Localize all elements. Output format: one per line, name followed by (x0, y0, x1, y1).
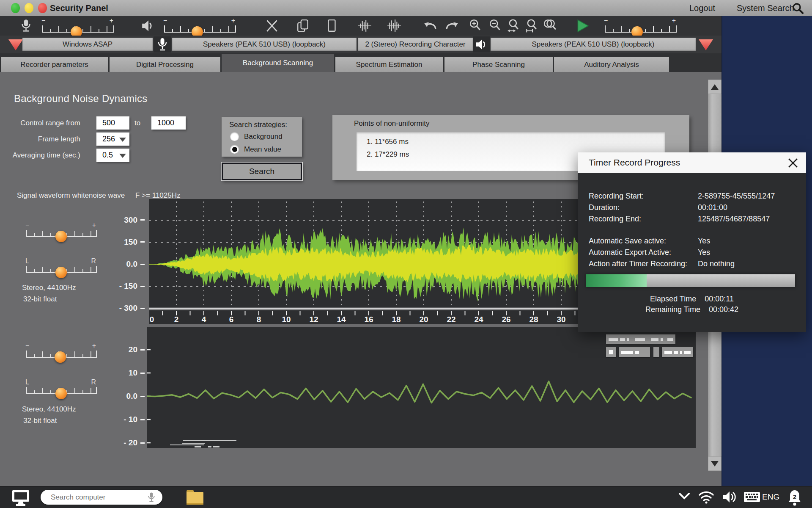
waveform-view-icon[interactable] (357, 19, 372, 33)
svg-text:26: 26 (502, 315, 510, 324)
slider-minus-label: − (41, 18, 45, 24)
record-mic-icon[interactable] (19, 19, 33, 33)
language-indicator[interactable]: ENG (762, 492, 779, 502)
frame-length-select[interactable]: 256 (96, 133, 129, 146)
system-search-icon[interactable] (792, 2, 804, 15)
control-range-from-input[interactable]: 500 (96, 116, 129, 130)
slider-knob[interactable] (55, 231, 67, 242)
spectrum-view-icon[interactable] (387, 19, 401, 33)
slider-minus-label: − (163, 18, 167, 24)
keyboard-icon[interactable] (743, 491, 760, 503)
window-restore-light[interactable] (25, 3, 33, 13)
driver-select[interactable]: Windows ASAP (22, 38, 153, 51)
logout-button[interactable]: Logout (689, 3, 715, 13)
selection-mark (170, 444, 204, 445)
system-search-label[interactable]: System Search (737, 3, 794, 13)
playback-drop-indicator-icon[interactable] (698, 39, 714, 51)
tab-recorder-parameters[interactable]: Recorder parameters (1, 57, 108, 72)
taskbar-search[interactable] (41, 490, 162, 505)
channel2-gain-slider[interactable]: − + (26, 344, 95, 358)
axis-tick-label: 10 (129, 368, 145, 378)
redo-icon[interactable] (445, 19, 459, 33)
mic-icon (157, 37, 168, 52)
row-label: Action after Timer Recording: (589, 258, 698, 270)
recording-mode-select[interactable]: 2 (Stereo) Recording Character (358, 38, 473, 51)
elapsed-value: 00:00:11 (705, 295, 734, 303)
slider-plus-label: + (110, 18, 113, 24)
channel1-gain-slider[interactable]: − + (26, 223, 95, 237)
play-button[interactable] (575, 19, 590, 33)
delete-icon[interactable] (265, 19, 279, 33)
search-button[interactable]: Search (222, 163, 302, 180)
segment-widget-row[interactable] (606, 334, 675, 344)
selection-mark (182, 443, 205, 444)
output-device-select[interactable]: Speakers (PEAK 510 USB) (loopback) (491, 38, 696, 51)
tab-phase-scanning[interactable]: Phase Scanning (444, 57, 553, 72)
window-close-light[interactable] (38, 3, 47, 13)
segment-widget-button[interactable] (653, 347, 659, 357)
input-device-select[interactable]: Speakers (PEAK 510 USB) (loopback) (172, 38, 357, 51)
channel1-balance-slider[interactable]: L R (26, 259, 95, 273)
zoom-full-icon[interactable] (543, 19, 557, 33)
voice-search-icon[interactable] (147, 492, 156, 503)
row-label: Recording Start: (589, 190, 698, 202)
slider-knob[interactable] (55, 351, 66, 363)
chevron-down-icon (119, 154, 126, 158)
tab-digital-processing[interactable]: Digital Processing (110, 57, 220, 72)
paste-icon[interactable] (325, 19, 339, 33)
master-level-slider[interactable]: − + (605, 19, 675, 33)
playback-level-slider[interactable]: − + (164, 19, 234, 33)
axis-tick-label: 150 (124, 237, 145, 247)
radio-background[interactable]: Background (230, 132, 283, 141)
svg-text:0: 0 (150, 315, 154, 324)
segment-widget-button[interactable] (606, 347, 616, 357)
copy-icon[interactable] (296, 19, 310, 33)
radio-mean-value[interactable]: Mean value (230, 145, 281, 154)
row-label: Recording End: (589, 213, 698, 225)
control-range-label: Control range from (0, 119, 80, 127)
svg-text:16: 16 (364, 315, 373, 324)
zoom-in-icon[interactable] (469, 19, 483, 33)
input-mic-button[interactable] (154, 36, 171, 52)
search-strategies-title: Search strategies: (229, 121, 287, 129)
deviation-chart (147, 327, 696, 448)
scroll-down-button[interactable] (708, 456, 721, 471)
record-drop-indicator-icon[interactable] (8, 39, 24, 51)
volume-icon[interactable] (722, 490, 738, 504)
playback-volume-icon[interactable] (141, 19, 155, 33)
control-range-to-input[interactable]: 1000 (151, 116, 186, 130)
svg-text:18: 18 (392, 315, 401, 324)
points-title: Points of non-uniformity (354, 119, 430, 128)
averaging-time-label: Averaging time (sec.) (0, 151, 80, 160)
close-icon[interactable] (787, 157, 799, 169)
row-value: 00:01:00 (698, 202, 797, 213)
axis-tick-label: 300 (124, 215, 145, 225)
zoom-width-icon[interactable] (525, 19, 539, 33)
output-speaker-button[interactable] (473, 36, 490, 52)
record-progress-fill (586, 274, 647, 287)
tab-spectrum-estimation[interactable]: Spectrum Estimation (335, 57, 443, 72)
search-input[interactable] (50, 493, 147, 502)
tray-expand-chevron-icon[interactable] (678, 492, 690, 500)
folder-icon[interactable] (185, 489, 205, 506)
slider-knob[interactable] (55, 267, 67, 278)
zoom-out-icon[interactable] (488, 19, 503, 33)
tab-auditory-analysis[interactable]: Auditory Analysis (554, 57, 669, 72)
channel2-format-line1: Stereo, 44100Hz (22, 405, 76, 414)
segment-widget-row[interactable] (619, 347, 650, 357)
notification-bell-icon[interactable]: 2 (787, 489, 803, 507)
channel2-balance-slider[interactable]: L R (26, 380, 95, 395)
zoom-selection-icon[interactable] (507, 19, 521, 33)
computer-icon[interactable] (11, 489, 30, 507)
slider-knob[interactable] (55, 388, 67, 399)
segment-widget-row[interactable] (662, 347, 693, 357)
triangle-down-icon (711, 461, 719, 467)
averaging-time-select[interactable]: 0.5 (96, 149, 129, 162)
wifi-icon[interactable] (698, 490, 715, 504)
tab-background-scanning[interactable]: Background Scanning (222, 54, 334, 72)
list-item[interactable]: 1. 11*656 ms (367, 135, 665, 148)
undo-icon[interactable] (423, 19, 437, 33)
scroll-up-button[interactable] (708, 80, 721, 94)
record-level-slider[interactable]: − + (42, 19, 112, 33)
window-minimize-light[interactable] (11, 3, 20, 13)
